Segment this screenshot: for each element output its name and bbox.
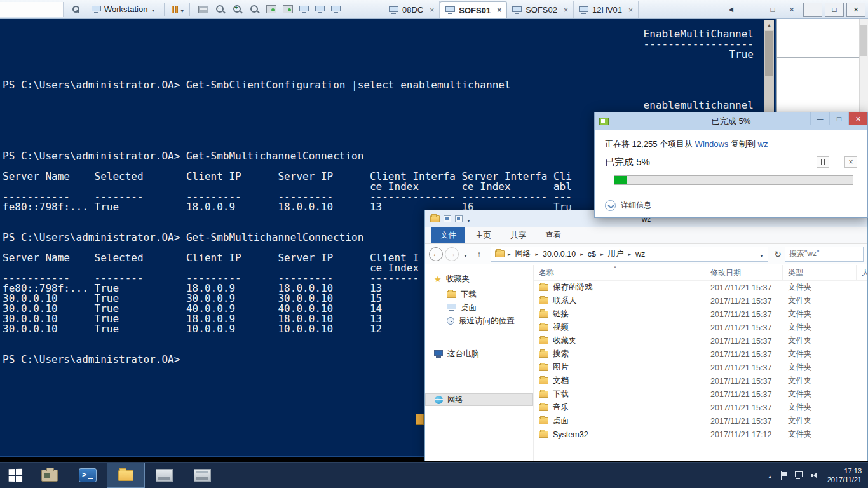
network-tray-icon[interactable]	[795, 471, 804, 479]
tab-view[interactable]: 查看	[536, 227, 570, 243]
zoom-reset-icon[interactable]	[249, 4, 260, 15]
close-tab-icon[interactable]	[430, 6, 434, 14]
file-row[interactable]: 链接2017/11/21 15:37文件夹	[534, 308, 867, 321]
file-row[interactable]: 下载2017/11/21 15:37文件夹	[534, 388, 867, 401]
tab-scroll-left-icon[interactable]	[728, 6, 733, 13]
pause-copy-button[interactable]	[817, 156, 829, 168]
close-tab-icon[interactable]	[628, 6, 633, 14]
sidebar-item-favorites[interactable]: 收藏夹	[425, 273, 533, 285]
volume-icon[interactable]	[811, 471, 820, 479]
breadcrumb-segment[interactable]: c$	[587, 250, 597, 259]
snapshot-icon[interactable]	[266, 5, 276, 13]
app-close-button[interactable]	[783, 3, 801, 16]
cancel-copy-button[interactable]	[844, 156, 857, 168]
window-close-button[interactable]	[846, 3, 865, 17]
sidebar-item-network[interactable]: 网络	[425, 393, 533, 406]
devices-icon[interactable]	[198, 6, 208, 13]
breadcrumb-segment[interactable]: wz	[634, 250, 646, 259]
breadcrumb-segment[interactable]: 30.0.0.10	[541, 250, 577, 259]
dialog-titlebar[interactable]: 已完成 5%	[595, 112, 867, 130]
snapshot-manager-icon[interactable]	[283, 5, 293, 13]
file-row[interactable]: 文档2017/11/21 15:37文件夹	[534, 374, 867, 388]
vm-tab-12hv01[interactable]: 12HV01	[574, 1, 639, 18]
copy-progress-dialog[interactable]: 已完成 5% 正在将 12,255 个项目从 Windows 复制到 wz 已完…	[594, 112, 868, 218]
up-button[interactable]	[473, 247, 485, 261]
file-row[interactable]: 联系人2017/11/21 15:37文件夹	[534, 294, 867, 308]
file-explorer-button[interactable]	[107, 463, 145, 488]
file-row[interactable]: 收藏夹2017/11/21 15:37文件夹	[534, 334, 867, 348]
zoom-in-icon[interactable]: +	[232, 4, 243, 15]
server-manager-button[interactable]	[31, 463, 69, 488]
close-tab-icon[interactable]	[497, 6, 501, 14]
column-header-type[interactable]: 类型	[783, 265, 857, 280]
file-explorer-window[interactable]: wz 文件 主页 共享 查看 网络30.0.0.10c$用户wz 收藏夹 下载	[424, 210, 868, 461]
address-bar[interactable]: 网络30.0.0.10c$用户wz	[491, 247, 768, 262]
vm-tab-sofs02[interactable]: SOFS02	[507, 1, 574, 18]
vm-tab-08dc[interactable]: 08DC	[384, 1, 440, 18]
search-input[interactable]	[785, 247, 864, 262]
vm-tab-sofs01[interactable]: SOFS01	[440, 1, 507, 18]
column-header-name[interactable]: 名称	[534, 265, 705, 280]
window-restore-button[interactable]	[825, 3, 844, 17]
forward-button[interactable]	[445, 247, 459, 261]
library-tab-stub[interactable]	[0, 2, 64, 17]
pin-icon[interactable]	[71, 5, 80, 14]
taskbar-clock[interactable]: 17:13 2017/11/21	[827, 466, 862, 484]
folder-icon	[447, 291, 456, 298]
file-row[interactable]: 图片2017/11/21 15:37文件夹	[534, 361, 867, 374]
qat-properties-icon[interactable]	[444, 215, 451, 222]
explorer-window-icon[interactable]	[430, 215, 440, 222]
back-button[interactable]	[429, 247, 443, 261]
scroll-up-icon[interactable]	[764, 20, 774, 30]
sidebar-item-this-pc[interactable]: 这台电脑	[425, 348, 533, 360]
scrollbar-thumb[interactable]	[860, 25, 867, 56]
tab-share[interactable]: 共享	[501, 227, 535, 243]
file-row[interactable]: 搜索2017/11/21 15:37文件夹	[534, 348, 867, 361]
address-dropdown-icon[interactable]	[756, 248, 764, 260]
fullscreen-icon[interactable]	[315, 6, 325, 13]
details-toggle[interactable]: 详细信息	[605, 200, 857, 211]
app-minimize-button[interactable]	[745, 3, 763, 16]
file-row[interactable]: System322017/11/21 17:12文件夹	[534, 428, 867, 441]
sidebar-item-desktop[interactable]: 桌面	[425, 301, 533, 314]
start-button[interactable]	[0, 463, 31, 488]
action-center-icon[interactable]	[780, 471, 787, 480]
show-library-icon[interactable]	[299, 6, 309, 13]
tab-home[interactable]: 主页	[466, 227, 500, 243]
scrollbar-thumb[interactable]	[765, 31, 773, 76]
file-row[interactable]: 桌面2017/11/21 15:37文件夹	[534, 414, 867, 428]
unity-mode-icon[interactable]	[331, 6, 341, 13]
qat-new-folder-icon[interactable]	[455, 215, 463, 222]
sidebar-item-recent-places[interactable]: 最近访问的位置	[425, 315, 533, 327]
zoom-out-icon[interactable]: -	[215, 4, 226, 15]
column-header-date[interactable]: 修改日期	[705, 265, 783, 280]
breadcrumb-segment[interactable]: 网络	[513, 248, 532, 259]
refresh-icon[interactable]	[771, 249, 785, 259]
column-header-size[interactable]: 大小	[857, 265, 867, 280]
folder-icon	[118, 470, 133, 481]
show-hidden-icons-button[interactable]	[768, 470, 773, 481]
window-minimize-button[interactable]	[803, 3, 822, 17]
pause-vm-button[interactable]	[170, 4, 180, 15]
sidebar-item-downloads[interactable]: 下载	[425, 288, 533, 301]
close-tab-icon[interactable]	[564, 6, 568, 14]
dialog-close-button[interactable]	[848, 112, 867, 125]
history-dropdown-icon[interactable]	[463, 248, 468, 260]
breadcrumb-segment[interactable]: 用户	[606, 248, 625, 259]
dialog-maximize-button[interactable]	[829, 112, 848, 125]
navigation-pane: 收藏夹 下载 桌面 最近访问的位置 这台电脑 网络	[425, 265, 533, 461]
file-row[interactable]: 音乐2017/11/21 15:37文件夹	[534, 401, 867, 414]
file-row[interactable]: 保存的游戏2017/11/21 15:37文件夹	[534, 281, 867, 294]
file-list-pane[interactable]: 名称 修改日期 类型 大小 保存的游戏2017/11/21 15:37文件夹联系…	[533, 265, 867, 461]
file-row[interactable]: 视频2017/11/21 15:37文件夹	[534, 321, 867, 334]
windows-logo-icon	[9, 469, 22, 482]
vm-console-button-2[interactable]	[183, 463, 221, 488]
pause-dropdown-icon[interactable]	[180, 4, 184, 15]
vm-console-button-1[interactable]	[145, 463, 183, 488]
qat-dropdown-icon[interactable]	[466, 214, 471, 225]
app-maximize-button[interactable]	[764, 3, 782, 16]
tab-file[interactable]: 文件	[431, 227, 465, 243]
workstation-menu[interactable]: Workstation	[88, 3, 159, 16]
powershell-button[interactable]	[69, 463, 107, 488]
dialog-minimize-button[interactable]	[810, 112, 829, 125]
